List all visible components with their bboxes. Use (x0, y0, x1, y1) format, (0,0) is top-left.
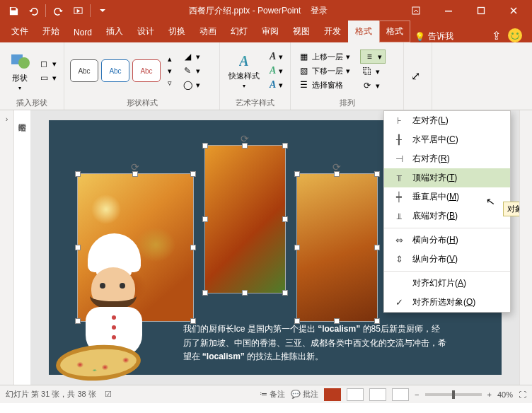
distribute-h-icon: ⇔ (393, 235, 405, 245)
spellcheck-icon[interactable]: ☑ (105, 390, 112, 399)
app-name: PowerPoint (258, 6, 301, 16)
slide-counter[interactable]: 幻灯片 第 31 张，共 38 张 (6, 389, 96, 400)
shape-fill-button[interactable]: ◢▾ (180, 50, 202, 63)
shape-outline-button[interactable]: ✎▾ (180, 64, 202, 77)
dropdown-separator (384, 228, 510, 228)
align-right-item[interactable]: ⊣右对齐(R) (384, 149, 510, 168)
style-preset-2[interactable]: Abc (101, 59, 129, 82)
tab-insert[interactable]: 插入 (99, 21, 130, 42)
check-icon: ✓ (393, 297, 405, 308)
shapes-button[interactable]: 形状 ▾ (6, 49, 34, 93)
distribute-h-item[interactable]: ⇔横向分布(H) (384, 231, 510, 250)
zoom-out-button[interactable]: − (415, 390, 419, 399)
shape-effects-button[interactable]: ◯▾ (180, 78, 202, 91)
vertical-scrollbar[interactable] (519, 110, 532, 385)
text-box-button[interactable]: ▭▾ (37, 71, 58, 84)
align-to-slide-item[interactable]: 对齐幻灯片(A) (384, 274, 510, 293)
gallery-more-icon[interactable]: ▿ (166, 78, 173, 88)
normal-view-icon[interactable] (324, 388, 341, 401)
svg-rect-2 (445, 11, 452, 12)
thumbnail-collapse[interactable]: › (0, 110, 14, 385)
wordart-A-icon: A (239, 53, 248, 69)
feedback-smiley-icon[interactable] (508, 28, 522, 42)
sorter-view-icon[interactable] (347, 388, 364, 401)
group-label: 艺术字样式 (226, 96, 284, 108)
align-top-tooltip: 对象顶部对 (503, 202, 519, 216)
edit-shape-icon: ◻ (38, 58, 50, 69)
ribbon-options-icon[interactable] (400, 0, 432, 21)
align-button[interactable]: ≡▾ (360, 50, 386, 64)
tab-file[interactable]: 文件 (4, 21, 35, 42)
reading-view-icon[interactable] (369, 388, 386, 401)
tab-nord[interactable]: Nord (66, 23, 99, 42)
align-center-icon: ╂ (393, 134, 405, 145)
maximize-icon[interactable] (466, 0, 497, 21)
align-bottom-item[interactable]: ⫫底端对齐(B) (384, 206, 510, 226)
zoom-slider[interactable] (425, 393, 482, 396)
size-expand-icon[interactable]: ⤢ (410, 69, 422, 83)
close-icon[interactable] (498, 0, 529, 21)
gallery-up-icon[interactable]: ▴ (166, 54, 173, 64)
slide-body-text[interactable]: 我们的厨师长Ice 是国内第一个提出 “localism” 的85后新贵厨师，经… (183, 322, 485, 363)
save-icon[interactable] (4, 1, 23, 20)
qat-customize-icon[interactable] (93, 1, 112, 20)
start-from-beginning-icon[interactable] (69, 1, 87, 20)
zoom-value[interactable]: 40% (497, 390, 513, 399)
align-selected-item[interactable]: ✓对齐所选对象(O) (384, 293, 510, 312)
style-preset-1[interactable]: Abc (70, 59, 98, 82)
group-wordart: A 快速样式 ▾ A▾ A▾ A▾ 艺术字样式 (220, 42, 291, 110)
tab-slideshow[interactable]: 幻灯 (224, 21, 255, 42)
tab-format-shape[interactable]: 格式 (379, 21, 410, 42)
fit-to-window-icon[interactable]: ⛶ (519, 390, 526, 399)
align-center-item[interactable]: ╂水平居中(C) (384, 130, 510, 149)
group-shape-styles: Abc Abc Abc ▴ ▾ ▿ ◢▾ ✎▾ ◯▾ 形状样式 (64, 42, 220, 110)
align-left-item[interactable]: ⊦左对齐(L) (384, 111, 510, 130)
align-right-icon: ⊣ (393, 153, 405, 164)
style-preset-3[interactable]: Abc (132, 59, 161, 82)
fill-icon: ◢ (182, 51, 193, 62)
tell-me[interactable]: 💡告诉我 (415, 30, 453, 42)
undo-icon[interactable] (24, 1, 42, 20)
dropdown-separator (384, 271, 510, 272)
food-image-3[interactable]: ⟳ (296, 173, 378, 322)
tab-developer[interactable]: 开发 (317, 21, 348, 42)
gallery-down-icon[interactable]: ▾ (166, 66, 173, 76)
text-effects-button[interactable]: A▾ (268, 78, 284, 91)
selection-pane-button[interactable]: ☰选择窗格 (296, 78, 352, 91)
zoom-in-button[interactable]: + (487, 390, 492, 399)
send-backward-button[interactable]: ▧下移一层 ▾ (296, 64, 352, 77)
group-label: 排列 (296, 96, 398, 108)
share-icon[interactable]: ⇪ (492, 29, 501, 42)
tab-animations[interactable]: 动画 (192, 21, 224, 42)
text-fill-button[interactable]: A▾ (268, 50, 284, 63)
zoom-thumb[interactable] (452, 390, 455, 399)
tab-transitions[interactable]: 切换 (161, 21, 192, 42)
notes-button[interactable]: ≔ 备注 (260, 389, 285, 400)
status-bar: 幻灯片 第 31 张，共 38 张 ☑ ≔ 备注 💬 批注 − + 40% ⛶ (0, 385, 532, 403)
edit-shape-button[interactable]: ◻▾ (37, 57, 58, 70)
food-image-2[interactable]: ⟳ (204, 145, 286, 293)
qat-separator (90, 4, 91, 17)
distribute-v-item[interactable]: ⇕纵向分布(V) (384, 250, 510, 269)
tab-home[interactable]: 开始 (35, 21, 66, 42)
tab-design[interactable]: 设计 (130, 21, 161, 42)
group-button[interactable]: ⿻▾ (360, 65, 386, 78)
tab-format-picture[interactable]: 格式 (348, 21, 379, 42)
redo-icon[interactable] (49, 1, 67, 20)
quick-styles-button[interactable]: A 快速样式 ▾ (226, 52, 262, 91)
text-outline-button[interactable]: A▾ (268, 64, 284, 77)
window-title: 西餐厅介绍.pptx - PowerPoint 登录 (116, 5, 400, 17)
bulb-icon: 💡 (415, 32, 425, 42)
tab-review[interactable]: 审阅 (255, 21, 286, 42)
rotate-button[interactable]: ⟳▾ (360, 79, 386, 92)
tab-view[interactable]: 视图 (286, 21, 317, 42)
text-effects-icon: A (270, 79, 276, 91)
align-top-item[interactable]: ⫪顶端对齐(T) (384, 168, 510, 187)
bring-forward-button[interactable]: ▦上移一层 ▾ (296, 50, 352, 63)
minimize-icon[interactable] (433, 0, 464, 21)
slideshow-view-icon[interactable] (392, 388, 409, 401)
comments-button[interactable]: 💬 批注 (291, 389, 318, 400)
chef-cartoon[interactable] (56, 233, 169, 385)
align-top-icon: ⫪ (393, 173, 405, 183)
login-link[interactable]: 登录 (311, 6, 328, 16)
